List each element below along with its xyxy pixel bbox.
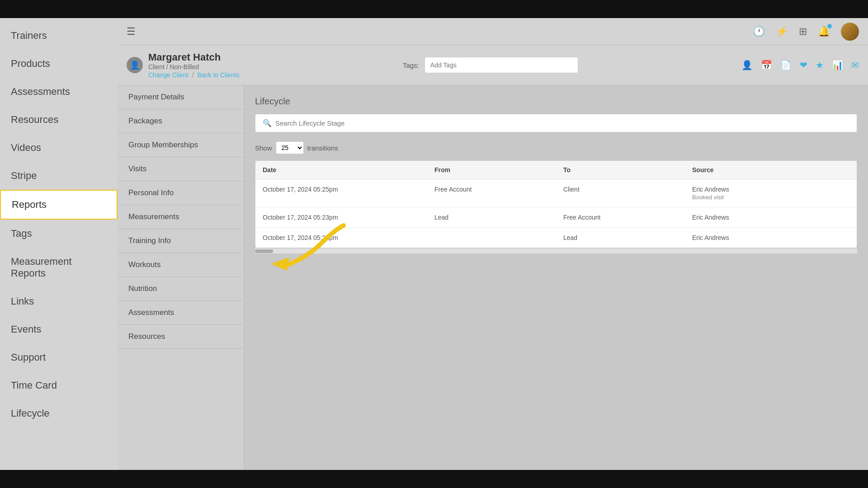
- top-nav: ☰ 🕐 ⚡ ⊞ 🔔: [118, 18, 868, 45]
- content-body: Payment Details Packages Group Membershi…: [118, 85, 868, 470]
- sidebar-item-assessments[interactable]: Assessments: [0, 78, 118, 106]
- client-chart-icon[interactable]: 📊: [832, 60, 843, 70]
- col-header-source: Source: [685, 161, 857, 179]
- top-black-bar: [0, 0, 868, 18]
- grid-icon[interactable]: ⊞: [799, 26, 807, 38]
- horizontal-scrollbar[interactable]: [255, 248, 857, 253]
- client-header: 👤 Margaret Hatch Client / Non-Billed Cha…: [118, 45, 868, 85]
- client-name: Margaret Hatch: [148, 52, 240, 63]
- submenu-measurements[interactable]: Measurements: [118, 205, 244, 229]
- scroll-thumb[interactable]: [255, 249, 273, 253]
- col-header-from: From: [427, 161, 556, 179]
- row1-source-detail: Booked visit: [692, 194, 849, 201]
- row1-source-name: Eric Andrews: [692, 186, 849, 193]
- table-row: October 17, 2024 05:25pm Free Account Cl…: [255, 179, 857, 207]
- client-person-icon[interactable]: 👤: [741, 60, 753, 70]
- lifecycle-search-input[interactable]: [275, 119, 849, 127]
- client-info: 👤 Margaret Hatch Client / Non-Billed Cha…: [127, 52, 240, 79]
- sidebar-item-resources[interactable]: Resources: [0, 106, 118, 134]
- hamburger-icon[interactable]: ☰: [127, 26, 136, 38]
- sidebar-item-trainers[interactable]: Trainers: [0, 22, 118, 50]
- submenu-workouts[interactable]: Workouts: [118, 253, 244, 277]
- bell-icon[interactable]: 🔔: [818, 26, 830, 38]
- row1-to: Client: [556, 179, 685, 207]
- submenu-personal-info[interactable]: Personal Info: [118, 181, 244, 205]
- client-type: Client / Non-Billed: [148, 63, 240, 70]
- sidebar-item-time-card[interactable]: Time Card: [0, 371, 118, 399]
- transitions-label: transitions: [307, 144, 338, 152]
- row3-source-name: Eric Andrews: [692, 234, 849, 241]
- lifecycle-title: Lifecycle: [255, 96, 857, 107]
- lifecycle-table: Date From To Source October 17, 2024 05:…: [255, 160, 857, 248]
- sub-menu: Payment Details Packages Group Membershi…: [118, 85, 244, 470]
- submenu-nutrition[interactable]: Nutrition: [118, 277, 244, 301]
- sidebar-item-products[interactable]: Products: [0, 50, 118, 78]
- submenu-resources[interactable]: Resources: [118, 325, 244, 349]
- lightning-icon[interactable]: ⚡: [776, 26, 788, 38]
- row2-date: October 17, 2024 05:23pm: [255, 207, 427, 227]
- avatar[interactable]: [841, 23, 859, 41]
- row3-to: Lead: [556, 228, 685, 248]
- submenu-payment-details[interactable]: Payment Details: [118, 85, 244, 109]
- submenu-assessments[interactable]: Assessments: [118, 301, 244, 325]
- col-header-date: Date: [255, 161, 427, 179]
- row2-source-name: Eric Andrews: [692, 214, 849, 221]
- main-panel: Lifecycle 🔍 Show 25 50 100 transitions: [244, 85, 868, 470]
- change-client-link[interactable]: Change Client: [148, 71, 189, 79]
- client-avatar-icon: 👤: [127, 57, 143, 73]
- row1-source: Eric Andrews Booked visit: [685, 179, 857, 207]
- row2-to: Free Account: [556, 207, 685, 227]
- row3-from: [427, 228, 556, 248]
- sidebar: Trainers Products Assessments Resources …: [0, 18, 118, 470]
- row3-source: Eric Andrews: [685, 228, 857, 248]
- client-calendar-icon[interactable]: 📅: [761, 60, 772, 70]
- show-select[interactable]: 25 50 100: [276, 141, 304, 154]
- lifecycle-search-bar: 🔍: [255, 114, 857, 132]
- avatar-image: [841, 23, 859, 41]
- client-document-icon[interactable]: 📄: [780, 60, 792, 70]
- table-row: October 17, 2024 05:21pm Lead Eric Andre…: [255, 228, 857, 248]
- bottom-black-bar: [0, 470, 868, 488]
- submenu-training-info[interactable]: Training Info: [118, 229, 244, 253]
- sidebar-item-measurement-reports[interactable]: Measurement Reports: [0, 248, 118, 287]
- svg-marker-0: [271, 257, 289, 271]
- show-label: Show: [255, 144, 272, 152]
- row1-from: Free Account: [427, 179, 556, 207]
- search-icon: 🔍: [263, 119, 272, 127]
- submenu-group-memberships[interactable]: Group Memberships: [118, 133, 244, 157]
- client-heart-icon[interactable]: ❤: [800, 60, 807, 70]
- client-star-icon[interactable]: ★: [816, 60, 824, 70]
- sidebar-item-stripe[interactable]: Stripe: [0, 162, 118, 190]
- client-links: Change Client / Back to Clients: [148, 71, 240, 79]
- sidebar-item-support[interactable]: Support: [0, 343, 118, 371]
- row3-date: October 17, 2024 05:21pm: [255, 228, 427, 248]
- tags-area: Tags:: [403, 57, 578, 73]
- sidebar-item-reports[interactable]: Reports: [0, 190, 118, 220]
- submenu-packages[interactable]: Packages: [118, 109, 244, 133]
- col-header-to: To: [556, 161, 685, 179]
- row1-date: October 17, 2024 05:25pm: [255, 179, 427, 207]
- link-separator: /: [192, 71, 196, 79]
- submenu-visits[interactable]: Visits: [118, 157, 244, 181]
- table-row: October 17, 2024 05:23pm Lead Free Accou…: [255, 207, 857, 228]
- table-header: Date From To Source: [255, 161, 857, 179]
- back-to-clients-link[interactable]: Back to Clients: [197, 71, 239, 79]
- client-mail-icon[interactable]: ✉: [851, 60, 859, 70]
- notification-badge: [827, 24, 832, 28]
- row2-source: Eric Andrews: [685, 207, 857, 227]
- row2-from: Lead: [427, 207, 556, 227]
- sidebar-item-videos[interactable]: Videos: [0, 134, 118, 162]
- sidebar-item-tags[interactable]: Tags: [0, 220, 118, 248]
- table-controls: Show 25 50 100 transitions: [255, 141, 857, 154]
- sidebar-item-links[interactable]: Links: [0, 287, 118, 315]
- tags-input[interactable]: [425, 57, 578, 73]
- sidebar-item-events[interactable]: Events: [0, 315, 118, 343]
- clock-icon[interactable]: 🕐: [753, 26, 765, 38]
- client-action-icons: 👤 📅 📄 ❤ ★ 📊 ✉: [741, 60, 859, 70]
- sidebar-item-lifecycle[interactable]: Lifecycle: [0, 399, 118, 427]
- tags-label: Tags:: [403, 61, 419, 69]
